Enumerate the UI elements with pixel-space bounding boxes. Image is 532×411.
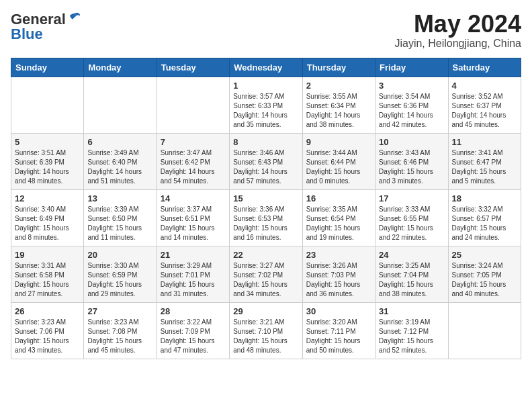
day-header-wednesday: Wednesday bbox=[230, 58, 302, 77]
calendar-cell: 6Sunrise: 3:49 AMSunset: 6:40 PMDaylight… bbox=[84, 133, 157, 189]
day-number: 16 bbox=[306, 193, 371, 203]
day-number: 3 bbox=[379, 81, 444, 91]
day-number: 8 bbox=[233, 137, 298, 147]
logo: General Blue bbox=[11, 11, 82, 43]
calendar-cell: 13Sunrise: 3:39 AMSunset: 6:50 PMDayligh… bbox=[84, 189, 157, 246]
cell-content: Sunrise: 3:31 AMSunset: 6:58 PMDaylight:… bbox=[15, 261, 80, 299]
cell-content: Sunrise: 3:35 AMSunset: 6:54 PMDaylight:… bbox=[306, 205, 371, 242]
cell-content: Sunrise: 3:57 AMSunset: 6:33 PMDaylight:… bbox=[233, 92, 298, 130]
calendar-cell: 9Sunrise: 3:44 AMSunset: 6:44 PMDaylight… bbox=[302, 133, 375, 189]
cell-content: Sunrise: 3:22 AMSunset: 7:09 PMDaylight:… bbox=[161, 318, 226, 355]
day-number: 10 bbox=[379, 137, 444, 147]
calendar-cell: 12Sunrise: 3:40 AMSunset: 6:49 PMDayligh… bbox=[11, 189, 84, 246]
calendar-cell: 19Sunrise: 3:31 AMSunset: 6:58 PMDayligh… bbox=[11, 246, 84, 302]
cell-content: Sunrise: 3:21 AMSunset: 7:10 PMDaylight:… bbox=[233, 318, 298, 355]
day-number: 28 bbox=[161, 306, 226, 316]
cell-content: Sunrise: 3:43 AMSunset: 6:46 PMDaylight:… bbox=[379, 148, 444, 186]
calendar-cell bbox=[11, 77, 84, 133]
day-number: 11 bbox=[452, 137, 517, 147]
calendar-cell: 28Sunrise: 3:22 AMSunset: 7:09 PMDayligh… bbox=[157, 302, 229, 359]
calendar-cell: 31Sunrise: 3:19 AMSunset: 7:12 PMDayligh… bbox=[375, 302, 448, 359]
day-number: 18 bbox=[452, 193, 517, 203]
cell-content: Sunrise: 3:47 AMSunset: 6:42 PMDaylight:… bbox=[161, 148, 226, 186]
day-number: 17 bbox=[379, 193, 444, 203]
calendar-cell: 30Sunrise: 3:20 AMSunset: 7:11 PMDayligh… bbox=[302, 302, 375, 359]
day-header-monday: Monday bbox=[84, 58, 157, 77]
day-number: 19 bbox=[15, 250, 80, 260]
day-number: 4 bbox=[452, 81, 517, 91]
cell-content: Sunrise: 3:30 AMSunset: 6:59 PMDaylight:… bbox=[87, 261, 152, 299]
cell-content: Sunrise: 3:49 AMSunset: 6:40 PMDaylight:… bbox=[87, 148, 152, 186]
calendar-cell: 7Sunrise: 3:47 AMSunset: 6:42 PMDaylight… bbox=[157, 133, 229, 189]
day-number: 27 bbox=[87, 306, 152, 316]
day-number: 21 bbox=[161, 250, 226, 260]
calendar-cell: 23Sunrise: 3:26 AMSunset: 7:03 PMDayligh… bbox=[302, 246, 375, 302]
day-number: 25 bbox=[452, 250, 517, 260]
day-number: 2 bbox=[306, 81, 371, 91]
calendar-week-row: 12Sunrise: 3:40 AMSunset: 6:49 PMDayligh… bbox=[11, 189, 521, 246]
day-number: 26 bbox=[15, 306, 80, 316]
calendar-cell: 4Sunrise: 3:52 AMSunset: 6:37 PMDaylight… bbox=[448, 77, 521, 133]
cell-content: Sunrise: 3:25 AMSunset: 7:04 PMDaylight:… bbox=[379, 261, 444, 299]
day-header-friday: Friday bbox=[375, 58, 448, 77]
day-header-saturday: Saturday bbox=[448, 58, 521, 77]
cell-content: Sunrise: 3:40 AMSunset: 6:49 PMDaylight:… bbox=[15, 205, 80, 242]
calendar-cell bbox=[448, 302, 521, 359]
logo-blue: Blue bbox=[11, 26, 43, 43]
cell-content: Sunrise: 3:41 AMSunset: 6:47 PMDaylight:… bbox=[452, 148, 517, 186]
cell-content: Sunrise: 3:46 AMSunset: 6:43 PMDaylight:… bbox=[233, 148, 298, 186]
bird-icon bbox=[67, 11, 82, 26]
day-number: 15 bbox=[233, 193, 298, 203]
cell-content: Sunrise: 3:19 AMSunset: 7:12 PMDaylight:… bbox=[379, 318, 444, 355]
day-number: 23 bbox=[306, 250, 371, 260]
day-number: 6 bbox=[87, 137, 152, 147]
calendar-cell: 21Sunrise: 3:29 AMSunset: 7:01 PMDayligh… bbox=[157, 246, 229, 302]
cell-content: Sunrise: 3:39 AMSunset: 6:50 PMDaylight:… bbox=[87, 205, 152, 242]
calendar-header-row: SundayMondayTuesdayWednesdayThursdayFrid… bbox=[11, 58, 521, 77]
calendar-cell: 1Sunrise: 3:57 AMSunset: 6:33 PMDaylight… bbox=[230, 77, 302, 133]
day-number: 31 bbox=[379, 306, 444, 316]
calendar-cell: 24Sunrise: 3:25 AMSunset: 7:04 PMDayligh… bbox=[375, 246, 448, 302]
cell-content: Sunrise: 3:23 AMSunset: 7:06 PMDaylight:… bbox=[15, 318, 80, 355]
cell-content: Sunrise: 3:20 AMSunset: 7:11 PMDaylight:… bbox=[306, 318, 371, 355]
calendar-week-row: 1Sunrise: 3:57 AMSunset: 6:33 PMDaylight… bbox=[11, 77, 521, 133]
cell-content: Sunrise: 3:36 AMSunset: 6:53 PMDaylight:… bbox=[233, 205, 298, 242]
calendar-cell: 10Sunrise: 3:43 AMSunset: 6:46 PMDayligh… bbox=[375, 133, 448, 189]
cell-content: Sunrise: 3:27 AMSunset: 7:02 PMDaylight:… bbox=[233, 261, 298, 299]
cell-content: Sunrise: 3:26 AMSunset: 7:03 PMDaylight:… bbox=[306, 261, 371, 299]
cell-content: Sunrise: 3:24 AMSunset: 7:05 PMDaylight:… bbox=[452, 261, 517, 299]
day-header-tuesday: Tuesday bbox=[157, 58, 229, 77]
calendar-cell: 22Sunrise: 3:27 AMSunset: 7:02 PMDayligh… bbox=[230, 246, 302, 302]
calendar-cell: 3Sunrise: 3:54 AMSunset: 6:36 PMDaylight… bbox=[375, 77, 448, 133]
calendar-cell: 17Sunrise: 3:33 AMSunset: 6:55 PMDayligh… bbox=[375, 189, 448, 246]
cell-content: Sunrise: 3:23 AMSunset: 7:08 PMDaylight:… bbox=[87, 318, 152, 355]
day-number: 7 bbox=[161, 137, 226, 147]
calendar-cell: 18Sunrise: 3:32 AMSunset: 6:57 PMDayligh… bbox=[448, 189, 521, 246]
day-number: 14 bbox=[161, 193, 226, 203]
cell-content: Sunrise: 3:51 AMSunset: 6:39 PMDaylight:… bbox=[15, 148, 80, 186]
day-number: 24 bbox=[379, 250, 444, 260]
calendar-cell: 26Sunrise: 3:23 AMSunset: 7:06 PMDayligh… bbox=[11, 302, 84, 359]
calendar-cell: 5Sunrise: 3:51 AMSunset: 6:39 PMDaylight… bbox=[11, 133, 84, 189]
day-header-sunday: Sunday bbox=[11, 58, 84, 77]
calendar-cell: 25Sunrise: 3:24 AMSunset: 7:05 PMDayligh… bbox=[448, 246, 521, 302]
calendar-cell: 15Sunrise: 3:36 AMSunset: 6:53 PMDayligh… bbox=[230, 189, 302, 246]
day-number: 20 bbox=[87, 250, 152, 260]
calendar-cell bbox=[84, 77, 157, 133]
calendar-week-row: 26Sunrise: 3:23 AMSunset: 7:06 PMDayligh… bbox=[11, 302, 521, 359]
location-title: Jiayin, Heilongjiang, China bbox=[394, 38, 521, 50]
day-number: 22 bbox=[233, 250, 298, 260]
title-block: May 2024 Jiayin, Heilongjiang, China bbox=[394, 11, 521, 50]
cell-content: Sunrise: 3:54 AMSunset: 6:36 PMDaylight:… bbox=[379, 92, 444, 130]
calendar-cell: 11Sunrise: 3:41 AMSunset: 6:47 PMDayligh… bbox=[448, 133, 521, 189]
calendar-cell bbox=[157, 77, 229, 133]
cell-content: Sunrise: 3:44 AMSunset: 6:44 PMDaylight:… bbox=[306, 148, 371, 186]
day-number: 13 bbox=[87, 193, 152, 203]
day-number: 30 bbox=[306, 306, 371, 316]
cell-content: Sunrise: 3:32 AMSunset: 6:57 PMDaylight:… bbox=[452, 205, 517, 242]
calendar-cell: 20Sunrise: 3:30 AMSunset: 6:59 PMDayligh… bbox=[84, 246, 157, 302]
cell-content: Sunrise: 3:52 AMSunset: 6:37 PMDaylight:… bbox=[452, 92, 517, 130]
day-number: 9 bbox=[306, 137, 371, 147]
calendar-cell: 2Sunrise: 3:55 AMSunset: 6:34 PMDaylight… bbox=[302, 77, 375, 133]
day-number: 12 bbox=[15, 193, 80, 203]
